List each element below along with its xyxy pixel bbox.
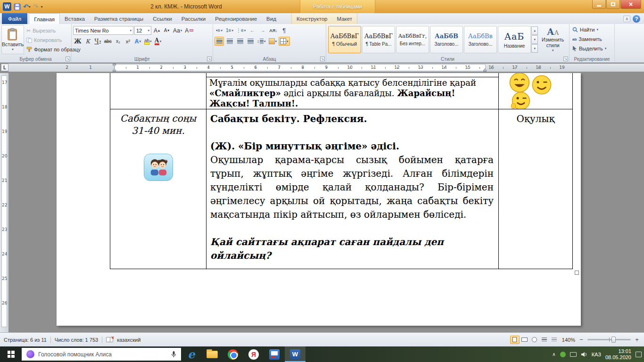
- taskbar-yandex-button[interactable]: Я: [243, 346, 264, 362]
- italic-button[interactable]: К: [83, 37, 92, 46]
- tab-review[interactable]: Рецензирование: [210, 13, 262, 24]
- cell-assessment-text[interactable]: Мұғалім оқушыларды сабаққа қатысу белсен…: [206, 73, 499, 109]
- replace-button[interactable]: abЗаменить: [571, 34, 613, 44]
- tab-file[interactable]: Файл: [2, 13, 27, 24]
- justify-button[interactable]: [246, 37, 255, 46]
- style-normal[interactable]: АаБбВвГ¶ Обычный: [328, 26, 361, 53]
- outline-view-button[interactable]: [540, 336, 549, 344]
- style-heading1[interactable]: АаБбВЗаголово...: [430, 26, 463, 53]
- taskbar-search[interactable]: Голосовой помощник Алиса: [22, 348, 181, 361]
- zoom-slider-thumb[interactable]: [611, 337, 616, 343]
- line-spacing-button[interactable]: ↕▾: [256, 37, 267, 46]
- font-color-button[interactable]: А▾: [154, 37, 163, 46]
- select-button[interactable]: Выделить▾: [571, 44, 613, 53]
- minimize-button[interactable]: [592, 0, 606, 9]
- cell-smileys[interactable]: [499, 73, 572, 109]
- font-name-combo[interactable]: Times New Ro▾: [73, 26, 133, 35]
- save-button[interactable]: [14, 2, 21, 11]
- show-marks-button[interactable]: ¶: [280, 26, 289, 35]
- taskbar-app-button[interactable]: [264, 346, 285, 362]
- table-resize-handle[interactable]: [575, 271, 579, 275]
- start-button[interactable]: [0, 346, 22, 362]
- grow-font-button[interactable]: А▴: [152, 26, 161, 35]
- subscript-button[interactable]: x₂: [114, 37, 123, 46]
- text-effects-button[interactable]: А▾: [133, 37, 142, 46]
- tab-stop-selector[interactable]: L: [1, 64, 8, 71]
- shrink-font-button[interactable]: А▾: [162, 26, 171, 35]
- print-layout-view-button[interactable]: [510, 336, 520, 344]
- increase-indent-button[interactable]: →: [258, 26, 267, 35]
- bold-button[interactable]: Ж: [73, 37, 83, 46]
- proofing-errors-icon[interactable]: [106, 337, 113, 342]
- taskbar-chrome-button[interactable]: [223, 346, 243, 362]
- minimize-ribbon-button[interactable]: ∧: [623, 16, 630, 22]
- find-button[interactable]: Найти▾: [571, 25, 613, 34]
- language-indicator[interactable]: казахский: [117, 337, 140, 343]
- align-center-button[interactable]: [225, 37, 234, 46]
- cell-stage[interactable]: Сабақтың соңы 31-40 мин.: [110, 109, 206, 269]
- tab-mailings[interactable]: Рассылки: [177, 13, 211, 24]
- styles-scroll-up-button[interactable]: ▴: [531, 26, 538, 35]
- borders-button[interactable]: ▾: [279, 37, 290, 46]
- vertical-ruler[interactable]: 17181920212223242526: [0, 73, 8, 332]
- sort-button[interactable]: АЯ↓: [268, 26, 278, 35]
- cell-stage-empty[interactable]: [110, 73, 206, 109]
- tab-table-design[interactable]: Конструктор: [292, 13, 332, 24]
- superscript-button[interactable]: x²: [124, 37, 132, 46]
- styles-dialog-launcher[interactable]: ↘: [563, 57, 568, 61]
- paragraph-dialog-launcher[interactable]: ↘: [320, 57, 325, 61]
- clipboard-dialog-launcher[interactable]: ↘: [66, 57, 70, 61]
- style-title[interactable]: АаБНазвание: [498, 26, 531, 53]
- horizontal-ruler[interactable]: 2112345678910111213141516171819: [8, 64, 644, 72]
- shading-button[interactable]: ▾: [268, 37, 278, 46]
- numbering-button[interactable]: 1≡▾: [225, 26, 234, 35]
- paste-button[interactable]: Вставить ▾: [1, 25, 24, 54]
- cell-resources[interactable]: Оқулық: [499, 109, 572, 269]
- zoom-out-button[interactable]: −: [578, 336, 585, 343]
- change-styles-button[interactable]: АА Изменить стили ▾: [538, 25, 568, 54]
- zoom-in-button[interactable]: +: [634, 336, 640, 343]
- word-app-icon[interactable]: W: [3, 2, 11, 11]
- bullets-button[interactable]: •≡▾: [215, 26, 224, 35]
- redo-button[interactable]: ↷: [33, 2, 39, 11]
- draft-view-button[interactable]: [550, 336, 559, 344]
- fullscreen-reading-view-button[interactable]: [520, 336, 529, 344]
- style-no-spacing[interactable]: АаБбВвГг,Без интер...: [396, 26, 429, 53]
- highlight-color-button[interactable]: ab▾: [143, 37, 153, 46]
- tab-table-layout[interactable]: Макет: [332, 13, 357, 24]
- styles-scroll-down-button[interactable]: ▾: [531, 35, 538, 44]
- taskbar-explorer-button[interactable]: [202, 346, 223, 362]
- strikethrough-button[interactable]: abc: [103, 37, 113, 46]
- align-left-button[interactable]: [215, 37, 224, 46]
- tab-insert[interactable]: Вставка: [60, 13, 90, 24]
- volume-icon[interactable]: [581, 352, 587, 357]
- style-table-paragraph[interactable]: АаБбВвГ¶ Table Pa...: [362, 26, 395, 53]
- tab-references[interactable]: Ссылки: [148, 13, 177, 24]
- taskbar-ie-button[interactable]: e: [181, 346, 202, 362]
- tab-page-layout[interactable]: Разметка страницы: [90, 13, 148, 24]
- font-size-combo[interactable]: 12▾: [134, 26, 151, 35]
- taskbar-clock[interactable]: 13:01 08.05.2020: [605, 348, 631, 361]
- styles-gallery-more-button[interactable]: ▾: [531, 44, 538, 53]
- font-dialog-launcher[interactable]: ↘: [207, 57, 212, 61]
- clear-formatting-button[interactable]: А: [184, 26, 194, 35]
- document-page[interactable]: Мұғалім оқушыларды сабаққа қатысу белсен…: [57, 73, 581, 326]
- microphone-icon[interactable]: [171, 351, 176, 358]
- help-button[interactable]: ?: [633, 15, 640, 23]
- close-button[interactable]: ×: [620, 0, 641, 9]
- underline-button[interactable]: Ч▾: [93, 37, 102, 46]
- undo-button[interactable]: ↶▾: [23, 2, 31, 11]
- word-count[interactable]: Число слов: 1 753: [55, 337, 98, 343]
- action-center-icon[interactable]: [636, 352, 642, 357]
- lesson-plan-table[interactable]: Мұғалім оқушыларды сабаққа қатысу белсен…: [110, 73, 573, 269]
- hidden-icons-button[interactable]: ∧: [552, 352, 555, 357]
- page-indicator[interactable]: Страница: 6 из 11: [4, 337, 47, 343]
- cell-reflection-content[interactable]: Сабақты бекіту. Рефлексия. (Ж). «Бір мин…: [206, 109, 499, 269]
- tab-view[interactable]: Вид: [262, 13, 281, 24]
- customize-qat-button[interactable]: ▾: [41, 2, 42, 11]
- decrease-indent-button[interactable]: ←: [248, 26, 257, 35]
- web-layout-view-button[interactable]: [530, 336, 539, 344]
- language-switcher[interactable]: КАЗ: [592, 352, 601, 357]
- multilevel-list-button[interactable]: ⋮≡▾: [235, 26, 247, 35]
- network-icon[interactable]: [570, 352, 577, 357]
